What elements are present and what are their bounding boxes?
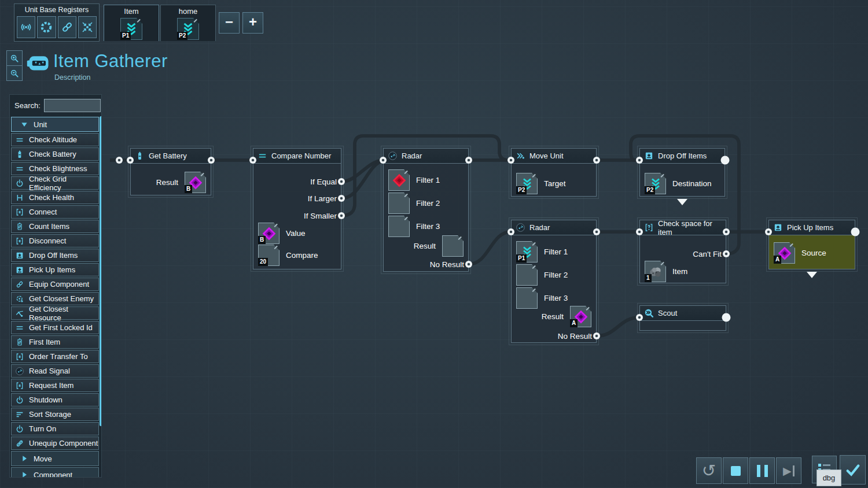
bracket-icon <box>15 236 24 246</box>
param-slot-value[interactable]: B <box>258 223 279 244</box>
param-label: Target <box>544 179 566 188</box>
output-label-cant-fit: Can't Fit <box>693 250 722 258</box>
zoom-out-button[interactable]: − <box>219 12 240 34</box>
lines-icon <box>15 323 24 332</box>
stop-button[interactable] <box>723 457 748 484</box>
node-get-battery[interactable]: Get Battery Result B <box>130 148 211 195</box>
param-label: Destination <box>672 179 712 188</box>
param-slot-source[interactable]: A <box>774 242 795 264</box>
sidebar-item-pick-up-items[interactable]: Pick Up Items <box>11 263 99 276</box>
bracket-icon <box>15 381 24 390</box>
step-next-button[interactable]: ▶ <box>776 457 801 484</box>
sidebar-item-check-health[interactable]: Check Health <box>11 191 99 204</box>
triangle-right-icon <box>20 470 29 478</box>
node-radar-1[interactable]: Radar Filter 1 Filter 2 Filter 3 Result … <box>383 148 469 272</box>
sidebar-scrollbar[interactable] <box>100 116 102 426</box>
expand-arrow-icon[interactable] <box>807 272 817 278</box>
sidebar-item-label: Equip Component <box>29 280 89 289</box>
sidebar-item-count-items[interactable]: Count Items <box>11 220 99 233</box>
magnify-in-button[interactable] <box>6 50 23 66</box>
node-check-space-for-item[interactable]: Check space for item Can't Fit 1 Item <box>639 220 726 283</box>
battery-icon <box>15 150 24 159</box>
param-slot-filter-1[interactable]: P1 <box>516 241 538 263</box>
param-slot-result[interactable]: A <box>570 306 591 327</box>
sidebar-item-first-item[interactable]: First Item <box>11 335 99 349</box>
sidebar-item-request-item[interactable]: Request Item <box>11 379 99 392</box>
sidebar-item-connect[interactable]: Connect <box>11 205 99 219</box>
node-scout[interactable]: Scout <box>639 305 726 331</box>
undo-button[interactable]: ↺ <box>696 457 722 484</box>
slot-badge: B <box>258 236 266 244</box>
param-slot-filter-2[interactable] <box>516 264 538 286</box>
sidebar-item-get-first-locked-id[interactable]: Get First Locked Id <box>11 321 99 334</box>
param-slot-result[interactable] <box>442 235 464 257</box>
sidebar-item-get-closest-resource[interactable]: Get Closest Resource <box>11 306 99 320</box>
search-input[interactable] <box>44 99 101 112</box>
sidebar-item-label: Check Blightness <box>29 164 87 173</box>
sidebar-item-disconnect[interactable]: Disconnect <box>11 234 99 247</box>
node-move-unit[interactable]: Move Unit P2 Target <box>511 148 597 197</box>
page-subtitle[interactable]: Description <box>54 73 91 82</box>
slot-badge: 1 <box>645 274 652 282</box>
sidebar-group-move[interactable]: Move <box>11 451 99 466</box>
tab-home[interactable]: home P2 <box>160 5 216 41</box>
sidebar-item-label: Sort Storage <box>29 410 71 419</box>
scout-icon <box>644 308 654 318</box>
tab-item[interactable]: Item P1 <box>104 5 159 41</box>
param-slot-filter-1[interactable] <box>388 169 410 191</box>
param-slot-item[interactable]: 1 <box>645 261 666 282</box>
sidebar-item-read-signal[interactable]: Read Signal <box>11 364 99 378</box>
param-slot-destination[interactable]: P2 <box>645 173 666 194</box>
node-title: Pick Up Items <box>787 223 833 232</box>
param-slot-filter-3[interactable] <box>388 216 410 237</box>
node-radar-2[interactable]: Radar P1 Filter 1 Filter 2 Filter 3 Resu… <box>511 220 597 343</box>
bracket-icon <box>15 352 24 361</box>
expand-arrow-icon[interactable] <box>677 199 687 205</box>
param-slot-compare[interactable]: 20 <box>258 245 279 266</box>
chevrons-card-icon: P1 <box>120 18 142 40</box>
sidebar-group-unit[interactable]: Unit <box>11 117 99 132</box>
sidebar-item-check-battery[interactable]: Check Battery <box>11 147 99 161</box>
node-drop-off-items[interactable]: Drop Off Items P2 Destination <box>639 148 725 197</box>
sidebar-item-drop-off-items[interactable]: Drop Off Items <box>11 249 99 262</box>
zoom-in-button[interactable]: + <box>242 12 263 34</box>
register-spinner-button[interactable] <box>37 16 56 38</box>
sidebar-item-shutdown[interactable]: Shutdown <box>11 393 99 406</box>
sidebar-item-check-grid-efficiency[interactable]: Check Grid Efficiency <box>11 176 99 190</box>
sidebar-item-check-altitude[interactable]: Check Altitude <box>11 133 99 146</box>
param-label: Filter 2 <box>544 271 568 279</box>
pause-button[interactable] <box>749 457 775 484</box>
connectors[interactable] <box>116 156 860 340</box>
link-icon <box>15 280 24 289</box>
sidebar-group-component[interactable]: Component <box>11 467 99 478</box>
magnify-out-button[interactable] <box>6 65 23 81</box>
sidebar-item-label: Unequip Component <box>29 439 98 448</box>
sidebar-item-sort-storage[interactable]: Sort Storage <box>11 408 99 421</box>
triangle-down-icon <box>20 120 29 129</box>
sidebar-item-equip-component[interactable]: Equip Component <box>11 278 99 291</box>
robot-icon <box>26 50 51 76</box>
sidebar-item-get-closest-enemy[interactable]: Get Closest Enemy <box>11 292 99 305</box>
register-converge-button[interactable] <box>78 16 97 38</box>
confirm-button[interactable] <box>840 455 866 485</box>
sidebar-item-check-blightness[interactable]: Check Blightness <box>11 162 99 175</box>
sidebar-item-unequip-component[interactable]: Unequip Component <box>11 437 99 450</box>
node-compare-number[interactable]: Compare Number If Equal If Larger If Sma… <box>253 148 341 269</box>
param-slot-filter-2[interactable] <box>388 193 410 214</box>
register-link-button[interactable] <box>58 16 76 38</box>
command-sidebar: Search: Unit Check Altitude Check Batter… <box>9 94 102 478</box>
param-label: Filter 1 <box>544 247 568 256</box>
param-slot-result[interactable]: B <box>185 172 206 193</box>
pause-icon <box>757 465 760 477</box>
box-down-icon <box>644 151 654 161</box>
node-pick-up-items[interactable]: Pick Up Items A Source <box>768 220 855 269</box>
link-icon <box>60 20 74 34</box>
param-slot-target[interactable]: P2 <box>516 173 538 194</box>
debug-badge[interactable]: dbg <box>816 469 841 486</box>
register-signal-button[interactable] <box>17 16 35 38</box>
sidebar-item-label: Disconnect <box>29 236 66 245</box>
sidebar-item-turn-on[interactable]: Turn On <box>11 422 99 435</box>
sidebar-item-order-transfer-to[interactable]: Order Transfer To <box>11 350 99 363</box>
param-label: Compare <box>286 251 318 260</box>
param-slot-filter-3[interactable] <box>516 287 538 309</box>
